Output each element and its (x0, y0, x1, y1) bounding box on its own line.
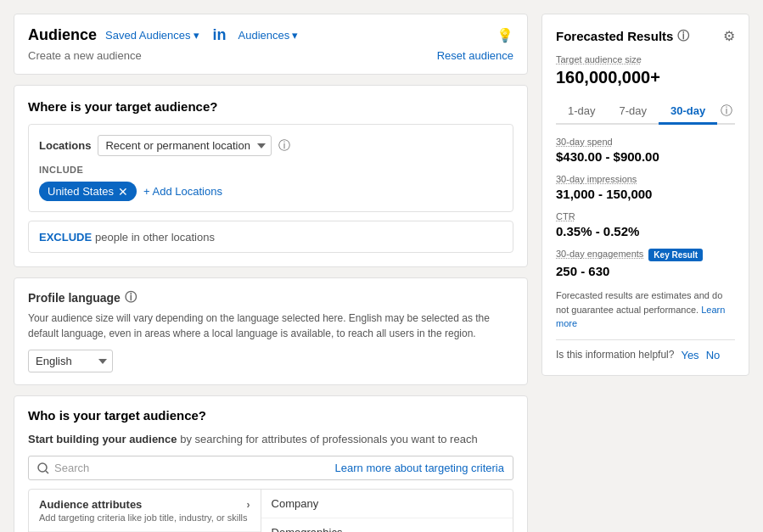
chevron-down-icon: ▾ (194, 29, 199, 42)
profile-lang-title-text: Profile language (28, 291, 121, 305)
create-audience-label: Create a new audience (28, 49, 142, 62)
include-label: INCLUDE (39, 165, 502, 175)
category-company[interactable]: Company (261, 490, 513, 518)
target-section-title: Who is your target audience? (28, 408, 513, 423)
tab-30day[interactable]: 30-day (659, 99, 717, 125)
ctr-value: 0.35% - 0.52% (556, 224, 735, 238)
profile-lang-info-icon[interactable]: ⓘ (125, 290, 137, 305)
attributes-panel: Audience attributes › Add targeting crit… (28, 489, 513, 532)
impressions-value: 31,000 - 150,000 (556, 187, 735, 201)
forecast-info-icon[interactable]: ⓘ (677, 29, 689, 44)
saved-audiences-label: Saved Audiences (105, 29, 190, 42)
add-locations-label: + Add Locations (143, 185, 222, 198)
audiences-button[interactable]: Audiences ▾ (238, 29, 299, 42)
gear-icon[interactable]: ⚙ (723, 28, 735, 44)
tab-1day[interactable]: 1-day (556, 99, 608, 125)
add-locations-button[interactable]: + Add Locations (143, 185, 222, 198)
metric-spend: 30-day spend $430.00 - $900.00 (556, 137, 735, 164)
tab-7day[interactable]: 7-day (608, 99, 659, 125)
metric-ctr: CTR 0.35% - 0.52% (556, 211, 735, 238)
target-size-value: 160,000,000+ (556, 68, 735, 87)
helpful-no-link[interactable]: No (706, 349, 721, 361)
target-desc: Start building your audience by searchin… (28, 433, 513, 445)
helpful-yes-link[interactable]: Yes (681, 349, 698, 361)
tab-info-icon[interactable]: ⓘ (721, 104, 732, 119)
category-demographics[interactable]: Demographics (261, 518, 513, 532)
forecast-tabs: 1-day 7-day 30-day ⓘ (556, 99, 735, 125)
location-tag-us: United States ✕ (39, 182, 137, 201)
audience-attributes-sub: Add targeting criteria like job title, i… (39, 512, 250, 523)
helpful-row: Is this information helpful? Yes No (556, 339, 735, 361)
impressions-label: 30-day impressions (556, 174, 735, 184)
locations-info-icon[interactable]: ⓘ (278, 138, 290, 154)
forecast-note-text: Forecasted results are estimates and do … (556, 290, 722, 315)
svg-line-1 (46, 471, 48, 473)
helpful-label: Is this information helpful? (556, 349, 674, 361)
svg-point-0 (38, 463, 47, 472)
forecast-title-text: Forecasted Results (556, 29, 673, 43)
spend-value: $430.00 - $900.00 (556, 149, 735, 164)
chevron-right-icon: › (247, 499, 250, 511)
categories-col: Company Demographics Education Job Exper… (261, 490, 513, 532)
remove-tag-icon[interactable]: ✕ (118, 186, 128, 198)
search-icon (37, 462, 49, 474)
left-attributes-col: Audience attributes › Add targeting crit… (29, 490, 261, 532)
profile-language-section: Profile language ⓘ Your audience size wi… (14, 277, 528, 385)
audience-title-text: Audience (28, 26, 97, 44)
bulb-icon[interactable]: 💡 (497, 27, 513, 43)
target-audience-section: Who is your target audience? Start build… (14, 395, 528, 532)
locations-label: Locations (39, 139, 91, 152)
location-section-title: Where is your target audience? (28, 99, 513, 114)
audience-title-group: Audience Saved Audiences ▾ in Audiences … (28, 26, 298, 44)
audience-attributes-title: Audience attributes (39, 498, 142, 511)
language-select[interactable]: English (28, 350, 113, 372)
forecast-card: Forecasted Results ⓘ ⚙ Target audience s… (541, 14, 749, 376)
audiences-label: Audiences (238, 29, 290, 42)
engagements-value: 250 - 630 (556, 264, 735, 278)
exclude-section: EXCLUDE people in other locations (28, 221, 513, 253)
chevron-down-icon-2: ▾ (292, 29, 298, 42)
target-desc-strong: Start building your audience (28, 433, 177, 445)
audience-header: Audience Saved Audiences ▾ in Audiences … (14, 14, 528, 75)
location-section: Where is your target audience? Locations… (14, 85, 528, 267)
ctr-label: CTR (556, 211, 735, 221)
location-type-select[interactable]: Recent or permanent location (98, 135, 272, 156)
engagements-label: 30-day engagements (556, 249, 643, 259)
target-size-label: Target audience size (556, 54, 735, 64)
saved-audiences-button[interactable]: Saved Audiences ▾ (105, 29, 199, 42)
spend-label: 30-day spend (556, 137, 735, 147)
forecast-note: Forecasted results are estimates and do … (556, 288, 735, 331)
search-placeholder[interactable]: Search (54, 462, 89, 474)
exclude-link[interactable]: EXCLUDE (39, 231, 92, 244)
location-tag-text: United States (48, 185, 114, 198)
linkedin-icon: in (213, 26, 227, 44)
audience-attributes-item[interactable]: Audience attributes › Add targeting crit… (29, 490, 261, 532)
profile-lang-description: Your audience size will vary depending o… (28, 311, 513, 341)
key-result-badge: Key Result (648, 249, 703, 261)
metric-engagements: 30-day engagements Key Result 250 - 630 (556, 249, 735, 278)
metric-impressions: 30-day impressions 31,000 - 150,000 (556, 174, 735, 201)
exclude-people-text: people in other locations (95, 231, 215, 244)
reset-audience-link[interactable]: Reset audience (437, 49, 513, 62)
targeting-criteria-link[interactable]: Learn more about targeting criteria (335, 462, 504, 474)
search-row: Search Learn more about targeting criter… (28, 456, 513, 480)
target-desc-suffix: by searching for attributes of professio… (180, 433, 477, 445)
